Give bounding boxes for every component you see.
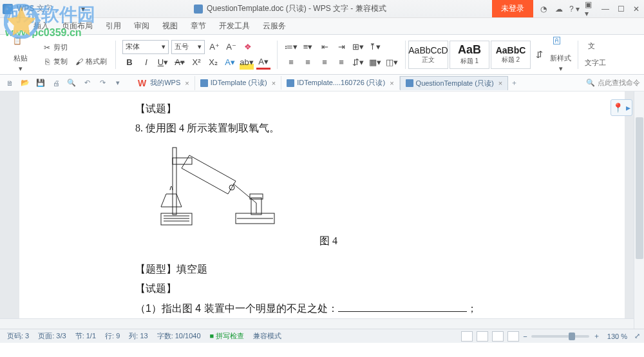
font-color-button[interactable]: A▾ (256, 55, 270, 70)
fullscreen-icon[interactable]: ⤢ (634, 332, 640, 340)
text-tools-button[interactable]: 文文字工 (581, 40, 610, 69)
new-style-button[interactable]: 🄰新样式▾ (546, 35, 575, 74)
qa-preview-icon[interactable]: 🔍 (66, 77, 77, 89)
subscript-button[interactable]: X₂ (206, 55, 220, 70)
scroll-thumb[interactable] (636, 117, 643, 259)
qa-new-icon[interactable]: 🗎 (4, 77, 15, 89)
side-panel-pin[interactable]: 📍 ▸ (611, 99, 632, 116)
style-box-normal[interactable]: AaBbCcD正文 (408, 41, 448, 69)
status-chars[interactable]: 字数: 10/1040 (154, 331, 204, 341)
clear-format-button[interactable]: ❖ (241, 40, 255, 54)
status-spellcheck[interactable]: ■ 拼写检查 (207, 331, 248, 341)
grow-font-button[interactable]: A⁺ (207, 40, 222, 54)
style-box-h1[interactable]: AaB标题 1 (450, 41, 489, 69)
zoom-value[interactable]: 130 % (604, 333, 630, 340)
align-left-button[interactable]: ≡ (284, 55, 298, 70)
line-spacing-button[interactable]: ⇵▾ (351, 55, 365, 70)
menu-review[interactable]: 审阅 (128, 18, 156, 34)
status-section[interactable]: 节: 1/1 (72, 331, 99, 341)
indent-dec-button[interactable]: ⇤ (317, 40, 332, 54)
style-box-h2[interactable]: AaBbC标题 2 (491, 41, 531, 69)
menu-references[interactable]: 引用 (99, 18, 128, 34)
paste-button[interactable]: 📋 粘贴▾ (9, 35, 32, 74)
menu-home[interactable] (14, 24, 27, 29)
copy-button[interactable]: ⎘复制 (40, 55, 70, 68)
menu-cloud[interactable]: 云服务 (256, 18, 292, 34)
cloud-icon[interactable]: ☁ (554, 4, 564, 14)
tab-close-icon[interactable]: × (498, 79, 502, 87)
tab-questiontemplate[interactable]: QuestionTemplate (只读)× (400, 76, 508, 90)
zoom-slider[interactable] (531, 335, 589, 338)
bold-button[interactable]: B (122, 55, 137, 70)
status-col[interactable]: 列: 13 (126, 331, 151, 341)
close-button[interactable]: ✕ (631, 4, 641, 14)
command-search[interactable]: 🔍点此查找命令 (586, 78, 640, 88)
qa-redo-icon[interactable]: ↷ (97, 77, 108, 89)
menu-view[interactable]: 视图 (156, 18, 184, 34)
text-effect-button[interactable]: A▾ (223, 55, 237, 70)
qa-more-icon[interactable]: ▾ (112, 77, 124, 89)
highlight-button[interactable]: ab▾ (240, 55, 254, 70)
figure-caption: 图 4 (135, 235, 522, 248)
doc-text: 【题型】填空题 (135, 260, 522, 279)
vertical-scrollbar[interactable] (634, 92, 644, 329)
document-page[interactable]: 【试题】 8. 使用图 4 所示装置制取氧气。 (19, 92, 625, 329)
menu-file[interactable] (1, 24, 14, 29)
format-painter-button[interactable]: 🖌格式刷 (72, 55, 109, 68)
numbering-button[interactable]: ≡▾ (301, 40, 315, 54)
sort-button[interactable]: ⤒▾ (368, 40, 382, 54)
status-line[interactable]: 行: 9 (102, 331, 123, 341)
login-button[interactable]: 未登录 (492, 0, 533, 17)
ribbon-toolbar: 📋 粘贴▾ ✂剪切 ⎘复制 🖌格式刷 宋体▾ 五号▾ A⁺ A⁻ ❖ B I U… (0, 35, 644, 75)
strike-button[interactable]: A▾ (173, 55, 187, 70)
view-print-button[interactable] (461, 331, 473, 342)
cut-button[interactable]: ✂剪切 (40, 41, 109, 54)
minimize-button[interactable]: — (600, 4, 611, 14)
superscript-button[interactable]: X² (189, 55, 204, 70)
qa-undo-icon[interactable]: ↶ (81, 77, 93, 89)
skin-icon[interactable]: ◔ (538, 4, 549, 14)
view-outline-button[interactable] (477, 331, 488, 342)
zoom-in-button[interactable]: ＋ (593, 331, 600, 341)
tab-mywps[interactable]: W我的WPS× (133, 76, 195, 90)
tab-idtemplate[interactable]: IDTemplate (只读)× (195, 76, 281, 90)
view-read-button[interactable] (507, 331, 519, 342)
qa-open-icon[interactable]: 📂 (19, 77, 31, 89)
tab-add-button[interactable]: ＋ (508, 77, 520, 89)
view-web-button[interactable] (492, 331, 504, 342)
scissors-icon: ✂ (42, 43, 52, 53)
tab-close-icon[interactable]: × (185, 79, 189, 87)
shading-button[interactable]: ◫▾ (384, 55, 399, 70)
titlebar-dropdown-icon[interactable]: ▾ (78, 4, 88, 14)
align-center-button[interactable]: ≡ (301, 55, 315, 70)
status-page[interactable]: 页码: 3 (4, 331, 32, 341)
tab-idtemplate2[interactable]: IDTemplate....160726 (只读)× (281, 76, 399, 90)
answer-blank (338, 302, 467, 312)
font-size-select[interactable]: 五号▾ (171, 40, 205, 54)
tab-close-icon[interactable]: × (272, 79, 276, 87)
menu-chapter[interactable]: 章节 (184, 18, 213, 34)
qa-save-icon[interactable]: 💾 (35, 77, 46, 89)
borders-button[interactable]: ▦▾ (368, 55, 382, 70)
status-pages[interactable]: 页面: 3/3 (35, 331, 69, 341)
align-justify-button[interactable]: ≡ (334, 55, 348, 70)
horizontal-scrollbar[interactable] (0, 318, 634, 329)
menu-devtools[interactable]: 开发工具 (213, 18, 256, 34)
indent-inc-button[interactable]: ⇥ (334, 40, 348, 54)
chinese-layout-button[interactable]: ⊞▾ (351, 40, 365, 54)
maximize-button[interactable]: ☐ (616, 4, 626, 14)
underline-button[interactable]: U▾ (156, 55, 170, 70)
zoom-out-button[interactable]: − (523, 333, 527, 340)
help-icon[interactable]: ? ▾ (569, 4, 580, 14)
dock-icon[interactable]: ▣ ▾ (585, 4, 595, 14)
tab-close-icon[interactable]: × (390, 79, 393, 87)
menu-insert[interactable]: 插入 (27, 18, 55, 34)
bullets-button[interactable]: ≔▾ (284, 40, 298, 54)
italic-button[interactable]: I (139, 55, 153, 70)
shrink-font-button[interactable]: A⁻ (224, 40, 238, 54)
qa-print-icon[interactable]: 🖨 (50, 77, 62, 89)
menu-layout[interactable]: 页面布局 (55, 18, 99, 34)
font-name-select[interactable]: 宋体▾ (122, 40, 169, 54)
styles-more-button[interactable]: ⇵ (532, 48, 546, 62)
align-right-button[interactable]: ≡ (317, 55, 332, 70)
